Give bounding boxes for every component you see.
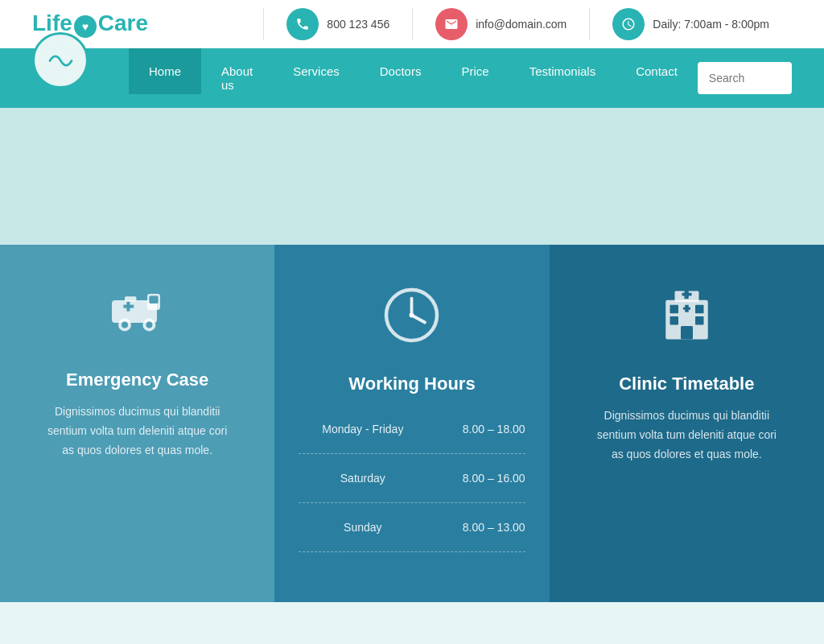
svg-rect-23 [684,291,688,299]
nav-logo-circle [32,32,89,89]
nav-logo-svg [43,43,79,79]
schedule-row-1: Monday - Friday 8.00 – 18.00 [299,415,525,444]
contact-phone: 800 123 456 [263,8,412,40]
day-sunday: Sunday [299,513,426,542]
nav-link-home[interactable]: Home [129,48,201,94]
nav-link-contact[interactable]: Contact [616,48,698,94]
clinic-card: Clinic Timetable Dignissimos ducimus qui… [550,245,824,602]
contact-hours: Daily: 7:00am - 8:00pm [589,8,792,40]
svg-rect-3 [149,295,158,303]
nav-link-doctors[interactable]: Doctors [360,48,442,94]
nav-link-price[interactable]: Price [441,48,509,94]
day-monday-friday: Monday - Friday [299,415,426,444]
svg-rect-10 [125,296,136,301]
working-hours-card: Working Hours Monday - Friday 8.00 – 18.… [274,245,549,602]
nav-link-testimonials[interactable]: Testimonials [509,48,616,94]
day-saturday: Saturday [299,464,426,493]
hours-clock-icon [612,8,645,40]
svg-rect-17 [670,305,678,314]
working-hours-clock-icon [381,285,442,357]
phone-number: 800 123 456 [327,18,389,31]
svg-point-7 [122,321,128,328]
nav-link-services[interactable]: Services [273,48,360,94]
clinic-text: Dignissimos ducimus qui blanditii sentiu… [590,407,783,464]
hero-section [0,108,824,245]
cards-section: Emergency Case Dignissimos ducimus qui b… [0,245,824,602]
nav-item-testimonials[interactable]: Testimonials [509,48,616,108]
svg-rect-25 [685,305,689,312]
schedule-row-2: Saturday 8.00 – 16.00 [299,464,525,493]
nav-item-price[interactable]: Price [441,48,509,108]
svg-point-9 [146,321,152,328]
nav-item-services[interactable]: Services [273,48,360,108]
navigation: Home About us Services Doctors Price Tes… [0,48,824,108]
working-hours-title: Working Hours [348,374,475,394]
nav-item-home[interactable]: Home [129,48,201,108]
nav-links: Home About us Services Doctors Price Tes… [129,48,698,108]
svg-point-14 [410,313,414,318]
nav-item-doctors[interactable]: Doctors [360,48,442,108]
ambulance-icon [105,285,170,353]
nav-item-contact[interactable]: Contact [616,48,698,108]
email-icon [435,8,468,40]
nav-item-about[interactable]: About us [201,48,273,108]
email-address: info@domain.com [476,18,566,31]
clinic-title: Clinic Timetable [619,374,754,394]
hospital-icon [657,285,717,357]
header: Life♥Care 800 123 456 info@domain.com Da… [0,0,824,48]
svg-rect-5 [126,302,130,312]
schedule-row-3: Sunday 8.00 – 13.00 [299,513,525,542]
contact-email: info@domain.com [412,8,589,40]
svg-rect-20 [695,316,704,325]
emergency-card: Emergency Case Dignissimos ducimus qui b… [0,245,274,602]
hours-sunday: 8.00 – 13.00 [426,513,525,542]
svg-rect-16 [681,326,693,340]
logo-heart-icon: ♥ [74,15,97,38]
search-input[interactable] [698,64,792,93]
emergency-title: Emergency Case [66,369,208,390]
nav-link-about[interactable]: About us [201,48,273,108]
working-hours-text: Daily: 7:00am - 8:00pm [653,18,769,31]
svg-rect-18 [695,305,704,314]
phone-icon [286,8,319,40]
svg-rect-19 [670,316,678,325]
hours-saturday: 8.00 – 16.00 [426,464,525,493]
hours-monday-friday: 8.00 – 18.00 [426,415,525,444]
search-bar [698,62,792,94]
emergency-text: Dignissimos ducimus qui blanditii sentiu… [41,402,234,460]
working-hours-table: Monday - Friday 8.00 – 18.00 Saturday 8.… [299,415,525,562]
